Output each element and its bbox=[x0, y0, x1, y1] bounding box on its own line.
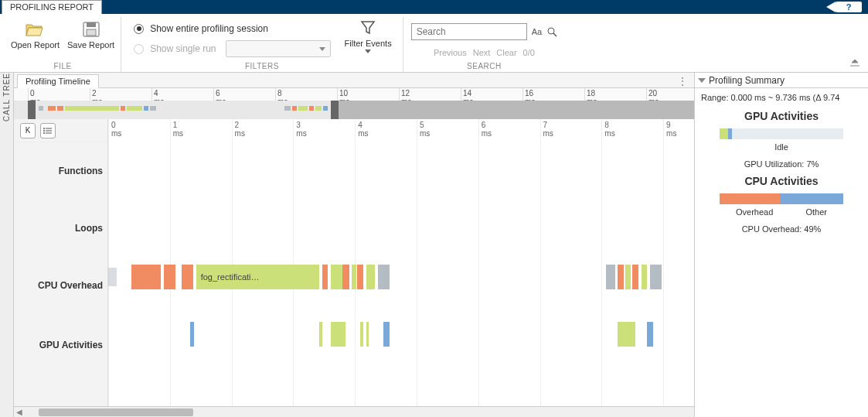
show-entire-radio[interactable]: Show entire profiling session bbox=[134, 23, 268, 34]
gpu-activity-bar bbox=[720, 128, 843, 139]
chevron-down-icon bbox=[365, 50, 371, 53]
profiling-summary-panel: Profiling Summary Range: 0.000 ms ~ 9.73… bbox=[695, 73, 868, 417]
timeline-gridline: 8 ms bbox=[601, 119, 602, 406]
k-button[interactable]: K bbox=[20, 123, 36, 138]
save-report-button[interactable]: Save Report bbox=[67, 17, 114, 50]
cpu-overhead-value: CPU Overhead: 49% bbox=[701, 224, 862, 234]
svg-line-4 bbox=[553, 33, 557, 36]
open-report-button[interactable]: Open Report bbox=[11, 17, 60, 50]
scroll-left-icon[interactable]: ◀ bbox=[14, 408, 25, 416]
row-label-functions: Functions bbox=[14, 142, 107, 200]
summary-header[interactable]: Profiling Summary bbox=[695, 73, 868, 88]
show-entire-label: Show entire profiling session bbox=[150, 23, 268, 34]
minimize-toolbar-button[interactable] bbox=[849, 58, 863, 69]
filter-events-button[interactable]: Filter Events bbox=[337, 17, 397, 53]
cpu-activities-heading: CPU Activities bbox=[701, 175, 862, 187]
inner-tab-bar: Profiling Timeline ⋮ bbox=[14, 73, 694, 88]
gpu-activities-heading: GPU Activities bbox=[701, 110, 862, 122]
search-previous: Previous bbox=[434, 48, 467, 57]
radio-checked-icon bbox=[134, 24, 144, 34]
horizontal-scrollbar[interactable]: ◀ bbox=[14, 406, 694, 417]
save-report-label: Save Report bbox=[67, 40, 114, 50]
svg-point-9 bbox=[43, 130, 45, 132]
summary-title: Profiling Summary bbox=[709, 75, 785, 86]
show-single-label: Show single run bbox=[150, 43, 216, 54]
overview-tick: 14 ms bbox=[461, 88, 461, 101]
open-report-label: Open Report bbox=[11, 40, 60, 50]
main-area: CALL TREE Profiling Timeline ⋮ 0 ms2 ms4… bbox=[0, 73, 868, 417]
call-tree-tab[interactable]: CALL TREE bbox=[0, 73, 14, 417]
search-icon[interactable] bbox=[546, 26, 557, 37]
timeline-gridline: 3 ms bbox=[293, 119, 294, 406]
scrollbar-thumb[interactable] bbox=[39, 408, 193, 416]
overview-tick: 18 ms bbox=[584, 88, 585, 101]
summary-range: Range: 0.000 ms ~ 9.736 ms (Δ 9.74 bbox=[701, 93, 862, 102]
overview-tick: 6 ms bbox=[213, 88, 214, 101]
search-group-label: SEARCH bbox=[467, 62, 502, 72]
timeline-gridline: 2 ms bbox=[232, 119, 233, 406]
help-icon: ? bbox=[846, 2, 852, 12]
cpu-other-legend: Other bbox=[805, 207, 827, 217]
cpu-overhead-track[interactable]: fog_rectificati… bbox=[108, 265, 694, 289]
tab-menu-button[interactable]: ⋮ bbox=[671, 75, 694, 87]
overview-tick: 16 ms bbox=[523, 88, 523, 101]
timeline-gridline: 9 ms bbox=[663, 119, 664, 406]
toolbar: Open Report Save Report FILE Show entire… bbox=[0, 14, 868, 73]
filters-group-label: FILTERS bbox=[245, 62, 279, 72]
timeline-gridline: 6 ms bbox=[478, 119, 479, 406]
collapse-triangle-icon bbox=[698, 78, 706, 83]
search-count: 0/0 bbox=[523, 48, 535, 57]
timeline-gridline: 1 ms bbox=[170, 119, 171, 406]
main-timeline: K Functions Loops CPU Overhead GPU Activ… bbox=[14, 119, 694, 406]
list-icon bbox=[43, 127, 53, 135]
timeline-gridline: 4 ms bbox=[355, 119, 356, 406]
timeline-panel: Profiling Timeline ⋮ 0 ms2 ms4 ms6 ms8 m… bbox=[14, 73, 695, 417]
match-case-toggle[interactable]: Aa bbox=[532, 27, 542, 36]
cpu-seg-fog[interactable]: fog_rectificati… bbox=[196, 265, 314, 289]
cpu-activity-bar bbox=[720, 193, 843, 204]
profiling-timeline-tab[interactable]: Profiling Timeline bbox=[17, 74, 99, 88]
timeline-gridline: 0 ms bbox=[108, 119, 109, 406]
overview-tick: 10 ms bbox=[337, 88, 338, 101]
overview-handle-left[interactable] bbox=[28, 101, 36, 119]
overview-tick: 0 ms bbox=[28, 88, 29, 101]
overview-track[interactable] bbox=[14, 101, 694, 119]
overview-tick: 8 ms bbox=[275, 88, 276, 101]
file-group-label: FILE bbox=[54, 62, 72, 72]
list-button[interactable] bbox=[40, 123, 56, 138]
overview-ruler[interactable]: 0 ms2 ms4 ms6 ms8 ms10 ms12 ms14 ms16 ms… bbox=[14, 88, 694, 119]
save-icon bbox=[81, 22, 101, 37]
timeline-gridline: 7 ms bbox=[540, 119, 541, 406]
overview-tick: 2 ms bbox=[90, 88, 90, 101]
overview-tick: 4 ms bbox=[151, 88, 152, 101]
svg-point-10 bbox=[43, 132, 45, 134]
svg-rect-1 bbox=[87, 22, 96, 27]
gpu-idle-label: Idle bbox=[701, 142, 862, 152]
timeline-tracks[interactable]: 0 ms1 ms2 ms3 ms4 ms5 ms6 ms7 ms8 ms9 ms… bbox=[108, 119, 694, 406]
filters-group: Show entire profiling session Show singl… bbox=[121, 17, 403, 72]
folder-open-icon bbox=[25, 22, 45, 37]
show-single-radio: Show single run bbox=[134, 40, 330, 57]
filter-events-label: Filter Events bbox=[345, 39, 392, 48]
svg-point-3 bbox=[548, 28, 554, 34]
row-labels: K Functions Loops CPU Overhead GPU Activ… bbox=[14, 119, 108, 406]
radio-unchecked-icon bbox=[134, 44, 144, 54]
row-label-gpu: GPU Activities bbox=[14, 314, 107, 376]
row-label-cpu: CPU Overhead bbox=[14, 257, 107, 314]
cpu-overhead-legend: Overhead bbox=[736, 207, 773, 217]
app-tab[interactable]: PROFILING REPORT bbox=[2, 0, 102, 14]
search-input[interactable] bbox=[411, 23, 527, 40]
overview-handle-right[interactable] bbox=[331, 101, 339, 119]
call-tree-label: CALL TREE bbox=[2, 73, 11, 126]
search-group: Aa Previous Next Clear 0/0 SEARCH bbox=[403, 17, 565, 72]
funnel-icon bbox=[360, 20, 376, 36]
overview-tick: 12 ms bbox=[399, 88, 400, 101]
svg-point-8 bbox=[43, 128, 45, 129]
search-next: Next bbox=[473, 48, 491, 57]
help-button[interactable]: ? bbox=[836, 2, 862, 12]
gpu-activities-track[interactable] bbox=[108, 322, 694, 347]
title-bar: PROFILING REPORT ? bbox=[0, 0, 868, 14]
gpu-utilization: GPU Utilization: 7% bbox=[701, 159, 862, 169]
overview-tick: 20 ms bbox=[646, 88, 647, 101]
collapse-icon bbox=[849, 59, 860, 67]
